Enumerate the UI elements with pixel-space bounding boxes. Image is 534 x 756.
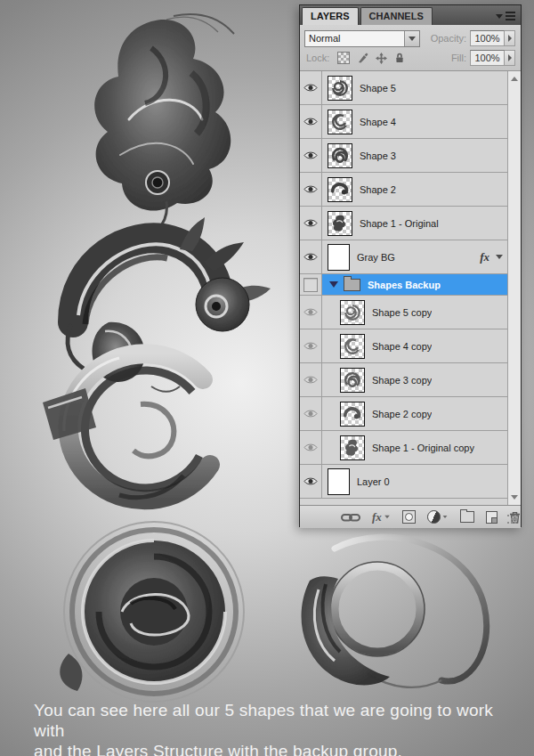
layer-row[interactable]: Shape 4 bbox=[300, 105, 507, 139]
layer-row[interactable]: Shape 5 bbox=[300, 71, 507, 105]
layer-name[interactable]: Shape 2 copy bbox=[372, 409, 432, 419]
panel-bottom-toolbar: fx bbox=[300, 505, 521, 528]
chevron-right-icon bbox=[508, 35, 512, 42]
blend-mode-select[interactable]: Normal bbox=[304, 30, 420, 47]
panel-menu-triangle-icon bbox=[496, 14, 503, 19]
artwork-shape-3 bbox=[43, 354, 210, 500]
opacity-value[interactable]: 100% bbox=[470, 30, 505, 46]
layer-row[interactable]: Shape 5 copy bbox=[300, 296, 507, 329]
layer-thumbnail[interactable] bbox=[340, 435, 365, 460]
layer-row[interactable]: Shape 4 copy bbox=[300, 329, 507, 363]
panel-controls: Normal Opacity: 100% Lock: bbox=[300, 25, 521, 71]
visibility-toggle[interactable] bbox=[300, 173, 322, 206]
disclosure-triangle-icon[interactable] bbox=[329, 281, 338, 288]
visibility-toggle[interactable] bbox=[300, 71, 322, 104]
triangle-down-icon bbox=[511, 495, 518, 500]
layer-name[interactable]: Shape 1 - Original bbox=[360, 218, 439, 229]
layer-thumbnail[interactable] bbox=[328, 244, 350, 271]
link-layers-icon[interactable] bbox=[341, 512, 360, 523]
tab-layers[interactable]: LAYERS bbox=[302, 7, 359, 25]
layer-row[interactable]: Layer 0 bbox=[300, 465, 507, 499]
panel-resize-grip[interactable] bbox=[507, 515, 518, 525]
layer-effects-fx-icon[interactable]: fx bbox=[480, 250, 490, 264]
lock-all-padlock-icon[interactable] bbox=[394, 53, 405, 64]
layer-row[interactable]: Shape 3 copy bbox=[300, 363, 507, 397]
tab-channels[interactable]: CHANNELS bbox=[360, 7, 433, 25]
scroll-down-button[interactable] bbox=[508, 492, 521, 503]
layer-thumbnail[interactable] bbox=[328, 76, 352, 101]
lock-paint-brush-icon[interactable] bbox=[357, 53, 368, 64]
opacity-slider-button[interactable] bbox=[505, 30, 515, 46]
layer-row[interactable]: Gray BG fx bbox=[300, 240, 507, 274]
visibility-toggle[interactable] bbox=[300, 105, 322, 138]
opacity-label: Opacity: bbox=[431, 33, 466, 44]
fill-label: Fill: bbox=[451, 53, 466, 63]
visibility-toggle[interactable] bbox=[300, 296, 322, 329]
adjustment-layer-icon[interactable] bbox=[427, 510, 449, 524]
new-layer-icon[interactable] bbox=[486, 511, 498, 524]
lock-move-icon[interactable] bbox=[376, 53, 387, 64]
artwork-shape-5 bbox=[302, 537, 487, 687]
blend-mode-dropdown-button[interactable] bbox=[404, 31, 419, 46]
panel-tabstrip[interactable]: LAYERS CHANNELS bbox=[300, 5, 521, 25]
layer-row[interactable]: Shape 1 - Original bbox=[300, 207, 507, 240]
layer-name[interactable]: Shape 1 - Original copy bbox=[372, 443, 474, 453]
layer-name[interactable]: Shape 4 bbox=[360, 117, 396, 127]
layer-row[interactable]: Shape 2 bbox=[300, 173, 507, 207]
layer-name[interactable]: Shape 4 copy bbox=[372, 341, 432, 352]
layer-thumbnail[interactable] bbox=[328, 468, 350, 495]
effects-collapse-chevron-icon[interactable] bbox=[496, 255, 503, 259]
triangle-up-icon bbox=[511, 77, 518, 81]
lock-transparency-icon[interactable] bbox=[337, 52, 350, 64]
layer-row[interactable]: Shape 2 copy bbox=[300, 397, 507, 431]
layer-name[interactable]: Shape 2 bbox=[360, 184, 396, 195]
visibility-toggle[interactable] bbox=[300, 274, 322, 295]
eye-icon bbox=[303, 184, 318, 194]
layer-name[interactable]: Layer 0 bbox=[357, 476, 390, 487]
layer-name[interactable]: Shape 5 copy bbox=[372, 307, 432, 318]
layer-row[interactable]: Shape 1 - Original copy bbox=[300, 431, 507, 465]
layer-thumbnail[interactable] bbox=[328, 211, 352, 236]
layer-row[interactable]: Shape 3 bbox=[300, 139, 507, 173]
layer-thumbnail[interactable] bbox=[340, 368, 365, 393]
layer-style-fx-icon[interactable]: fx bbox=[372, 510, 391, 524]
layer-name[interactable]: Shape 5 bbox=[360, 83, 396, 93]
group-row-shapes-backup[interactable]: Shapes Backup bbox=[300, 274, 507, 296]
layer-thumbnail[interactable] bbox=[340, 300, 365, 325]
chevron-down-icon bbox=[409, 37, 416, 41]
add-layer-mask-icon[interactable] bbox=[402, 510, 416, 524]
visibility-toggle[interactable] bbox=[300, 397, 322, 430]
layer-name[interactable]: Shape 3 copy bbox=[372, 375, 432, 386]
layer-name[interactable]: Gray BG bbox=[357, 252, 395, 263]
artwork-shape-1 bbox=[94, 14, 234, 230]
eye-dimmed-icon bbox=[303, 307, 318, 317]
scroll-up-button[interactable] bbox=[508, 73, 521, 85]
layer-name[interactable]: Shape 3 bbox=[360, 150, 396, 161]
layer-thumbnail[interactable] bbox=[328, 143, 352, 168]
tutorial-caption: You can see here all our 5 shapes that w… bbox=[34, 700, 525, 756]
new-group-icon[interactable] bbox=[460, 511, 474, 523]
visibility-toggle[interactable] bbox=[300, 431, 322, 464]
visibility-toggle[interactable] bbox=[300, 363, 322, 396]
visibility-toggle[interactable] bbox=[300, 329, 322, 362]
visibility-toggle[interactable] bbox=[300, 207, 322, 240]
blend-mode-value: Normal bbox=[305, 31, 404, 46]
layer-thumbnail[interactable] bbox=[328, 110, 352, 134]
artwork-shape-4 bbox=[60, 522, 244, 702]
chevron-right-icon bbox=[508, 54, 512, 61]
group-name[interactable]: Shapes Backup bbox=[368, 280, 441, 290]
eye-icon bbox=[303, 117, 318, 126]
panel-menu-button[interactable] bbox=[496, 12, 515, 20]
fill-slider-button[interactable] bbox=[505, 50, 515, 66]
eye-icon bbox=[303, 252, 318, 262]
layer-thumbnail[interactable] bbox=[340, 334, 365, 359]
photoshop-canvas: LAYERS CHANNELS Normal Opacity: 100% Loc… bbox=[0, 0, 534, 756]
layer-thumbnail[interactable] bbox=[340, 402, 365, 427]
visibility-toggle[interactable] bbox=[300, 139, 322, 172]
visibility-toggle[interactable] bbox=[300, 240, 322, 273]
fill-value[interactable]: 100% bbox=[470, 50, 505, 66]
visibility-toggle[interactable] bbox=[300, 465, 322, 498]
layer-list-scrollbar[interactable] bbox=[507, 71, 521, 505]
layer-thumbnail[interactable] bbox=[328, 177, 352, 202]
eye-dimmed-icon bbox=[303, 409, 318, 419]
